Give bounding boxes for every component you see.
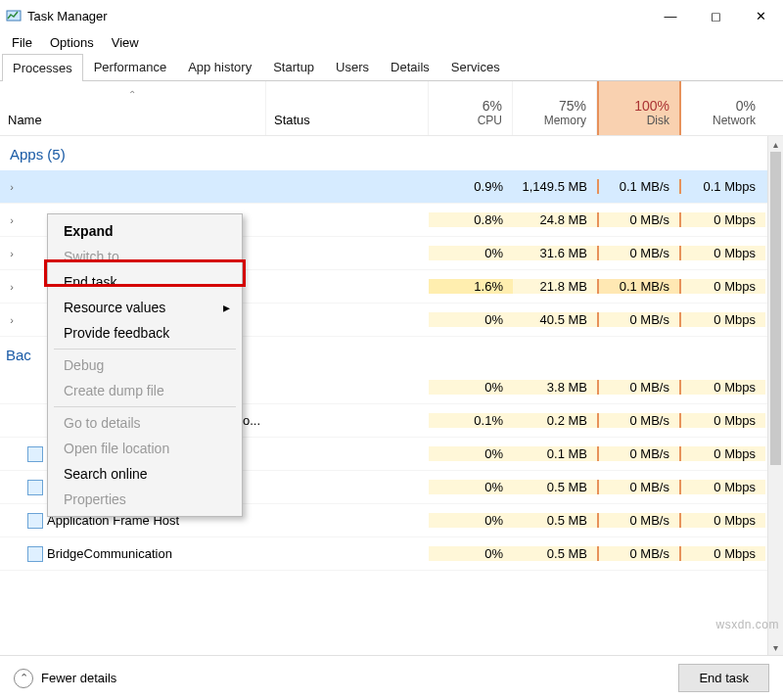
section-apps: Apps (5) [0,136,767,170]
chevron-up-icon: ⌃ [14,669,33,688]
cell-cpu: 0.1% [429,413,513,428]
table-row[interactable]: › 0.9% 1,149.5 MB 0.1 MB/s 0.1 Mbps [0,170,767,204]
tab-app-history[interactable]: App history [177,53,262,80]
cell-memory: 0.1 MB [513,446,597,461]
tab-performance[interactable]: Performance [83,53,177,80]
menu-bar: File Options View [0,31,783,53]
header-memory[interactable]: 75% Memory [513,81,597,135]
minimize-button[interactable]: — [648,0,693,31]
close-button[interactable]: ✕ [738,0,783,31]
context-resource-values-label: Resource values [64,300,165,315]
column-headers: ⌃ Name Status 6% CPU 75% Memory 100% Dis… [0,81,783,136]
vertical-scrollbar[interactable]: ▴ ▾ [767,136,783,655]
header-cpu[interactable]: 6% CPU [429,81,513,135]
process-name: BridgeCommunication [47,546,172,561]
submenu-arrow-icon: ▸ [223,300,230,315]
scroll-up-icon[interactable]: ▴ [768,136,783,152]
sort-chevron-icon: ⌃ [8,89,255,99]
cell-disk: 0.1 MB/s [597,279,681,294]
context-open-file-location: Open file location [50,436,240,461]
menu-separator [54,406,236,407]
tab-startup[interactable]: Startup [262,53,325,80]
cell-disk: 0 MB/s [597,546,681,561]
cell-cpu: 0% [429,380,513,395]
context-create-dump: Create dump file [50,378,240,403]
process-icon [27,513,43,529]
cell-network: 0 Mbps [681,380,765,395]
chevron-right-icon[interactable]: › [6,314,18,326]
cell-memory: 31.6 MB [513,246,597,260]
menu-options[interactable]: Options [42,33,102,52]
header-disk-label: Disk [647,114,669,127]
header-disk-pct: 100% [634,98,669,114]
scroll-down-icon[interactable]: ▾ [768,639,783,655]
cell-cpu: 0% [429,546,513,561]
cell-cpu: 0% [429,513,513,528]
footer-bar: ⌃ Fewer details End task [0,655,783,700]
tab-services[interactable]: Services [440,53,511,80]
cell-cpu: 0% [429,246,513,260]
fewer-details-label: Fewer details [41,671,116,685]
cell-memory: 40.5 MB [513,312,597,327]
cell-network: 0 Mbps [681,312,765,327]
menu-separator [54,349,236,350]
header-name[interactable]: ⌃ Name [0,81,266,135]
header-status[interactable]: Status [266,81,429,135]
cell-memory: 0.5 MB [513,513,597,528]
context-menu: Expand Switch to End task Resource value… [47,213,243,517]
tab-details[interactable]: Details [380,53,440,80]
context-provide-feedback[interactable]: Provide feedback [50,320,240,346]
cell-disk: 0 MB/s [597,380,681,395]
header-status-label: Status [274,113,418,127]
context-debug: Debug [50,352,240,378]
cell-disk: 0 MB/s [597,246,681,260]
cell-disk: 0 MB/s [597,413,681,428]
cell-memory: 3.8 MB [513,380,597,395]
tab-processes[interactable]: Processes [2,54,83,81]
maximize-button[interactable]: ◻ [693,0,738,31]
cell-memory: 0.2 MB [513,413,597,428]
chevron-right-icon[interactable]: › [6,248,18,259]
cell-disk: 0 MB/s [597,480,681,494]
cell-cpu: 0.9% [429,179,513,194]
context-search-online[interactable]: Search online [50,461,240,487]
cell-network: 0 Mbps [681,546,765,561]
context-resource-values[interactable]: Resource values ▸ [50,295,240,320]
header-network[interactable]: 0% Network [681,81,765,135]
cell-network: 0 Mbps [681,413,765,428]
cell-memory: 0.5 MB [513,546,597,561]
header-network-label: Network [713,114,756,127]
table-row[interactable]: BridgeCommunication 0% 0.5 MB 0 MB/s 0 M… [0,537,767,571]
chevron-right-icon[interactable]: › [6,281,18,293]
cell-memory: 21.8 MB [513,279,597,294]
context-expand[interactable]: Expand [50,218,240,244]
tab-bar: Processes Performance App history Startu… [0,53,783,81]
menu-file[interactable]: File [4,33,40,52]
process-icon [27,480,43,495]
cell-disk: 0 MB/s [597,513,681,528]
cell-network: 0 Mbps [681,212,765,227]
chevron-right-icon[interactable]: › [6,214,18,226]
scroll-thumb[interactable] [770,152,781,465]
cell-network: 0 Mbps [681,446,765,461]
app-icon [6,8,22,23]
cell-disk: 0.1 MB/s [597,179,681,194]
fewer-details-button[interactable]: ⌃ Fewer details [14,669,116,688]
menu-view[interactable]: View [104,33,147,52]
cell-cpu: 0% [429,480,513,494]
cell-network: 0 Mbps [681,246,765,260]
header-disk[interactable]: 100% Disk [597,81,681,135]
context-end-task[interactable]: End task [50,269,240,295]
tab-users[interactable]: Users [325,53,380,80]
process-icon [27,546,43,562]
watermark: wsxdn.com [715,618,779,631]
header-cpu-label: CPU [478,114,502,127]
cell-network: 0 Mbps [681,279,765,294]
cell-network: 0 Mbps [681,480,765,494]
end-task-button[interactable]: End task [678,664,769,692]
title-bar: Task Manager — ◻ ✕ [0,0,783,31]
cell-memory: 1,149.5 MB [513,179,597,194]
chevron-right-icon[interactable]: › [6,181,18,193]
header-name-label: Name [8,113,42,127]
cell-cpu: 0% [429,446,513,461]
